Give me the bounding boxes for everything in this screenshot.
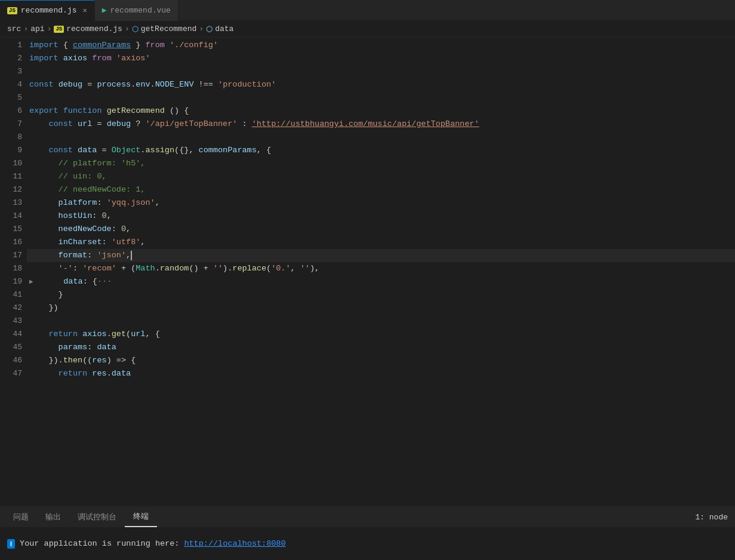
breadcrumb: src › api › JS recommend.js › ⬡ getRecom… (0, 21, 735, 38)
code-line-45: params: data (27, 341, 735, 354)
breadcrumb-src: src (7, 24, 21, 33)
breadcrumb-fn-name: getRecommend (141, 24, 197, 33)
breadcrumb-sep3: › (125, 24, 130, 33)
panel-tabs-row: 问题 输出 调试控制台 终端 1: node (0, 507, 735, 527)
code-line-43 (27, 315, 735, 328)
code-line-10: // platform: 'h5', (27, 157, 735, 170)
breadcrumb-js-badge: JS (54, 26, 64, 33)
panel-tab-terminal-label: 终端 (133, 511, 149, 522)
code-line-3 (27, 65, 735, 78)
tab-recommend-js[interactable]: JS recommend.js ✕ (0, 0, 95, 21)
code-line-9: const data = Object.assign({}, commonPar… (27, 144, 735, 157)
panel-tab-problems[interactable]: 问题 (5, 507, 37, 527)
breadcrumb-sep2: › (47, 24, 52, 33)
code-line-42: }) (27, 301, 735, 315)
code-line-11: // uin: 0, (27, 170, 735, 183)
terminal-url[interactable]: http://localhost:8080 (184, 539, 285, 548)
tab-bar: JS recommend.js ✕ ▶ recommend.vue (0, 0, 735, 21)
code-line-7: const url = debug ? '/api/getTopBanner' … (27, 118, 735, 131)
code-line-16: inCharset: 'utf8', (27, 236, 735, 249)
breadcrumb-data: data (215, 24, 233, 33)
code-line-13: platform: 'yqq.json', (27, 196, 735, 210)
breadcrumb-file: recommend.js (66, 24, 122, 33)
tab-recommend-vue[interactable]: ▶ recommend.vue (95, 0, 179, 21)
code-line-17: format: 'json', (27, 249, 735, 262)
panel-tab-terminal[interactable]: 终端 (125, 507, 157, 527)
panel-tab-output-label: 输出 (45, 512, 61, 522)
fold-arrow-19[interactable]: ▶ (29, 275, 33, 288)
tab-label-vue: recommend.vue (110, 6, 171, 15)
node-badge-text: 1: node (695, 513, 728, 522)
code-line-4: const debug = process.env.NODE_ENV !== '… (27, 78, 735, 91)
panel-tab-debug-label: 调试控制台 (78, 512, 116, 522)
code-line-8 (27, 131, 735, 144)
code-line-14: hostUin: 0, (27, 210, 735, 223)
terminal-icon: I (7, 539, 15, 549)
panel-tab-problems-label: 问题 (13, 512, 29, 522)
terminal-text-static: Your application is running here: (20, 539, 179, 548)
code-line-5 (27, 91, 735, 104)
tab-label-js: recommend.js (21, 6, 77, 15)
breadcrumb-api: api (30, 24, 44, 33)
panel-tab-debug[interactable]: 调试控制台 (69, 507, 125, 527)
code-line-47: return res.data (27, 367, 735, 380)
breadcrumb-sep4: › (199, 24, 204, 33)
editor-area: 1 2 3 4 5 6 7 8 9 10 11 12 13 14 15 16 1… (0, 38, 735, 506)
code-line-15: needNewCode: 0, (27, 223, 735, 236)
code-line-1: import { commonParams } from './config' (27, 39, 735, 52)
code-line-18: '-': 'recom' + (Math.random() + '').repl… (27, 262, 735, 275)
tab-close-js[interactable]: ✕ (82, 6, 87, 15)
breadcrumb-var-icon: ⬡ (206, 24, 213, 34)
breadcrumb-function: ⬡ (132, 24, 139, 34)
panel-tabs: 问题 输出 调试控制台 终端 (0, 507, 735, 527)
js-icon: JS (7, 7, 17, 14)
code-line-46: }).then((res) => { (27, 354, 735, 367)
code-line-44: return axios.get(url, { (27, 328, 735, 341)
panel-tab-output[interactable]: 输出 (37, 507, 69, 527)
vue-icon: ▶ (102, 5, 107, 15)
code-line-41: } (27, 288, 735, 301)
line-numbers: 1 2 3 4 5 6 7 8 9 10 11 12 13 14 15 16 1… (0, 38, 27, 506)
code-line-19: ▶ data: {··· (27, 275, 735, 288)
breadcrumb-sep1: › (23, 24, 28, 33)
panel-content: I Your application is running here: http… (0, 527, 735, 560)
code-line-12: // needNewCode: 1, (27, 183, 735, 196)
code-line-6: export function getRecommend () { (27, 104, 735, 118)
code-line-2: import axios from 'axios' (27, 52, 735, 65)
bottom-panel: 问题 输出 调试控制台 终端 1: node I Your applicatio… (0, 506, 735, 560)
node-badge: 1: node (695, 513, 728, 522)
code-area[interactable]: import { commonParams } from './config' … (27, 38, 735, 506)
